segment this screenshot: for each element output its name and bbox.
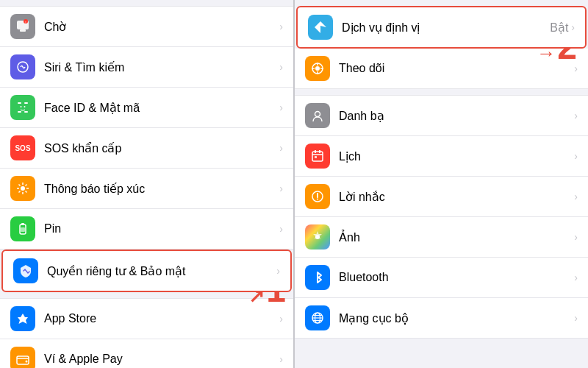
left-panel: ! Chờ › Siri & Tìm kiếm › Face ID & Mật … xyxy=(0,0,293,368)
chevron-reminders: › xyxy=(574,191,578,202)
left-settings-list: ! Chờ › Siri & Tìm kiếm › Face ID & Mật … xyxy=(0,0,293,368)
icon-bluetooth xyxy=(305,265,330,290)
label-faceid: Face ID & Mật mã xyxy=(44,101,279,115)
chevron-bluetooth: › xyxy=(574,272,578,283)
icon-cho: ! xyxy=(10,14,35,39)
svg-text:!: ! xyxy=(25,21,26,24)
svg-line-19 xyxy=(19,191,21,193)
chevron-sos: › xyxy=(279,142,283,154)
chevron-calendar: › xyxy=(574,150,578,162)
svg-point-11 xyxy=(21,186,25,191)
chevron-privacy: › xyxy=(276,265,280,277)
chevron-location: › xyxy=(571,21,575,33)
settings-item-wallet[interactable]: Ví & Apple Pay › xyxy=(0,339,293,368)
settings-item-faceid[interactable]: Face ID & Mật mã › xyxy=(0,88,293,128)
svg-line-16 xyxy=(19,185,21,186)
icon-location xyxy=(308,15,333,40)
svg-point-9 xyxy=(21,106,22,107)
right-panel: Dịch vụ định vị Bật › Theo dõi › Danh bạ… xyxy=(295,0,588,368)
label-sos: SOS khẩn cấp xyxy=(44,141,279,155)
svg-line-17 xyxy=(26,191,27,193)
chevron-appstore: › xyxy=(279,313,283,325)
icon-calendar xyxy=(305,144,330,169)
svg-rect-32 xyxy=(312,152,323,161)
settings-item-exposure[interactable]: Thông báo tiếp xúc › xyxy=(0,169,293,209)
icon-sos: SOS xyxy=(10,135,35,160)
icon-privacy xyxy=(13,258,38,283)
icon-pin xyxy=(10,216,35,241)
icon-siri xyxy=(10,54,35,79)
chevron-photos: › xyxy=(574,231,578,243)
label-bluetooth: Bluetooth xyxy=(339,271,574,284)
svg-point-24 xyxy=(26,361,28,363)
settings-item-reminders[interactable]: Lời nhắc › xyxy=(295,177,588,217)
settings-item-calendar[interactable]: Lịch › xyxy=(295,136,588,177)
label-privacy: Quyền riêng tư & Bảo mật xyxy=(47,264,276,278)
label-contacts: Danh bạ xyxy=(339,109,574,123)
settings-item-pin[interactable]: Pin › xyxy=(0,209,293,250)
settings-item-contacts[interactable]: Danh bạ › xyxy=(295,95,588,136)
label-localnet: Mạng cục bộ xyxy=(339,311,574,325)
svg-point-31 xyxy=(315,112,320,117)
svg-rect-23 xyxy=(17,356,29,364)
chevron-exposure: › xyxy=(279,183,283,194)
chevron-contacts: › xyxy=(574,110,578,121)
icon-localnet xyxy=(305,305,330,330)
icon-photos xyxy=(305,224,330,250)
chevron-wallet: › xyxy=(279,353,283,365)
value-location: Bật xyxy=(550,21,568,35)
label-wallet: Ví & Apple Pay xyxy=(44,353,279,366)
chevron-pin: › xyxy=(279,223,283,235)
settings-item-bluetooth[interactable]: Bluetooth › xyxy=(295,258,588,298)
label-calendar: Lịch xyxy=(339,149,574,163)
label-siri: Siri & Tìm kiếm xyxy=(44,60,279,74)
icon-wallet xyxy=(10,347,35,368)
label-appstore: App Store xyxy=(44,312,279,325)
settings-item-siri[interactable]: Siri & Tìm kiếm › xyxy=(0,47,293,88)
label-pin: Pin xyxy=(44,222,279,236)
svg-rect-21 xyxy=(21,223,24,225)
chevron-faceid: › xyxy=(279,102,283,113)
svg-line-18 xyxy=(26,185,27,186)
settings-item-sos[interactable]: SOS SOS khẩn cấp › xyxy=(0,128,293,169)
settings-item-privacy[interactable]: Quyền riêng tư & Bảo mật › xyxy=(1,250,292,292)
label-location: Dịch vụ định vị xyxy=(342,21,550,35)
svg-rect-22 xyxy=(21,227,25,232)
icon-tracking xyxy=(305,56,330,81)
settings-item-cho[interactable]: ! Chờ › xyxy=(0,6,293,47)
svg-rect-7 xyxy=(18,111,21,113)
icon-faceid xyxy=(10,95,35,120)
icon-reminders xyxy=(305,184,330,209)
icon-contacts xyxy=(305,103,330,128)
settings-item-location[interactable]: Dịch vụ định vị Bật › xyxy=(296,6,587,49)
label-cho: Chờ xyxy=(44,20,279,34)
svg-rect-1 xyxy=(20,29,26,32)
svg-point-39 xyxy=(317,199,318,200)
settings-item-localnet[interactable]: Mạng cục bộ › xyxy=(295,298,588,339)
svg-rect-6 xyxy=(24,102,28,104)
label-exposure: Thông báo tiếp xúc xyxy=(44,182,279,196)
label-reminders: Lời nhắc xyxy=(339,190,574,204)
label-photos: Ảnh xyxy=(339,230,574,244)
chevron-localnet: › xyxy=(574,312,578,324)
chevron-cho: › xyxy=(279,21,283,32)
svg-rect-8 xyxy=(24,111,28,113)
chevron-siri: › xyxy=(279,61,283,73)
svg-rect-5 xyxy=(18,102,21,104)
svg-point-10 xyxy=(24,106,26,107)
icon-appstore xyxy=(10,306,35,331)
svg-point-26 xyxy=(315,66,320,71)
settings-item-photos[interactable]: Ảnh › xyxy=(295,217,588,258)
svg-rect-36 xyxy=(315,156,317,158)
icon-exposure xyxy=(10,176,35,201)
